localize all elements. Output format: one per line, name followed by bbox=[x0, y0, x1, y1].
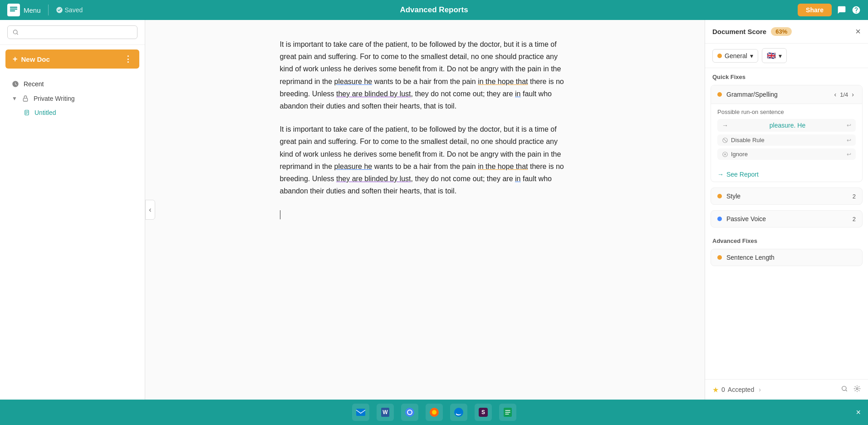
see-report-label: See Report bbox=[726, 171, 759, 178]
editor-content[interactable]: It is important to take care of the pati… bbox=[262, 38, 588, 231]
svg-point-15 bbox=[454, 408, 463, 417]
text-cursor bbox=[280, 210, 280, 219]
highlight-pleasure-he-2: pleasure he bbox=[334, 163, 373, 170]
disable-rule-action[interactable]: Disable Rule ↩ bbox=[717, 134, 856, 146]
page-title: Advanced Reports bbox=[400, 5, 468, 15]
saved-label: Saved bbox=[65, 6, 83, 14]
highlight-hope-that-2: in the hope that bbox=[478, 163, 528, 170]
style-count: 2 bbox=[853, 193, 856, 200]
svg-point-12 bbox=[408, 410, 412, 414]
see-report-link[interactable]: → See Report bbox=[711, 167, 862, 182]
flag-icon: 🇬🇧 bbox=[767, 51, 776, 60]
svg-point-14 bbox=[432, 410, 436, 415]
accepted-button[interactable]: ★ 0 Accepted › bbox=[712, 385, 761, 394]
disable-rule-icon bbox=[722, 137, 728, 143]
taskbar-outlook[interactable] bbox=[352, 404, 369, 421]
ignore-action[interactable]: Ignore ↩ bbox=[717, 148, 856, 160]
sidebar-item-recent[interactable]: Recent bbox=[7, 77, 137, 91]
help-icon-button[interactable] bbox=[852, 5, 861, 15]
arrow-right-icon: → bbox=[717, 171, 724, 178]
sentence-length-label: Sentence Length bbox=[726, 254, 775, 261]
general-dropdown[interactable]: General ▾ bbox=[712, 49, 758, 63]
grammar-spelling-fix-group: Grammar/Spelling ‹ 1/4 › Possible run-on… bbox=[711, 85, 863, 182]
grammar-next-button[interactable]: › bbox=[850, 90, 856, 99]
score-badge: 63% bbox=[771, 27, 792, 36]
taskbar-slack[interactable]: S bbox=[475, 404, 492, 421]
suggestion-arrow: → bbox=[722, 122, 728, 129]
document-icon bbox=[24, 109, 30, 116]
passive-voice-count: 2 bbox=[853, 216, 856, 222]
taskbar-sheets[interactable] bbox=[499, 404, 516, 421]
recent-icon bbox=[12, 80, 19, 88]
menu-button[interactable]: Menu bbox=[24, 6, 41, 14]
lock-icon bbox=[22, 95, 29, 102]
taskbar-chrome[interactable] bbox=[401, 404, 418, 421]
chevron-down-icon: ▼ bbox=[12, 95, 17, 102]
sentence-length-fix-row[interactable]: Sentence Length bbox=[711, 249, 863, 266]
search-input[interactable] bbox=[23, 29, 132, 36]
svg-point-6 bbox=[856, 388, 858, 390]
sidebar: + New Doc ⋮ Recent ▼ Private Writing bbox=[0, 20, 145, 400]
plus-icon: + bbox=[13, 54, 18, 64]
taskbar-word[interactable]: W bbox=[377, 404, 394, 421]
more-icon: ⋮ bbox=[124, 54, 132, 64]
share-button[interactable]: Share bbox=[798, 4, 832, 16]
saved-indicator: Saved bbox=[56, 6, 83, 14]
svg-point-0 bbox=[13, 30, 17, 34]
new-doc-button[interactable]: + New Doc ⋮ bbox=[5, 49, 139, 69]
editor-area: ‹ It is important to take care of the pa… bbox=[145, 20, 705, 400]
undo-ignore: ↩ bbox=[847, 151, 851, 158]
sidebar-item-private-writing[interactable]: ▼ Private Writing bbox=[7, 91, 137, 106]
ignore-label: Ignore bbox=[731, 151, 748, 158]
language-dropdown[interactable]: 🇬🇧 ▾ bbox=[762, 48, 787, 63]
cursor-paragraph bbox=[280, 208, 570, 220]
taskbar-close-button[interactable]: × bbox=[856, 408, 861, 417]
grammar-fix-detail: Possible run-on sentence → pleasure. He … bbox=[711, 104, 862, 167]
collapse-sidebar-button[interactable]: ‹ bbox=[145, 200, 155, 220]
disable-rule-label: Disable Rule bbox=[731, 137, 765, 143]
sidebar-nav: Recent ▼ Private Writing Untitled bbox=[0, 73, 145, 123]
svg-point-5 bbox=[842, 386, 846, 390]
close-panel-button[interactable]: × bbox=[855, 26, 861, 37]
general-label: General bbox=[725, 52, 747, 59]
top-nav: Menu Saved Advanced Reports Share bbox=[0, 0, 868, 20]
panel-header: Document Score 63% × bbox=[705, 20, 868, 44]
grammar-nav: ‹ 1/4 › bbox=[833, 90, 856, 99]
panel-footer: ★ 0 Accepted › bbox=[705, 379, 868, 400]
accepted-count: 0 bbox=[721, 386, 725, 393]
fix-suggestion[interactable]: → pleasure. He ↩ bbox=[717, 119, 856, 132]
sentence-length-dot bbox=[717, 255, 722, 260]
taskbar: W S × bbox=[0, 400, 868, 425]
undo-icon: ↩ bbox=[847, 122, 851, 128]
passive-voice-fix-row[interactable]: Passive Voice 2 bbox=[711, 210, 863, 227]
highlight-in-2: in bbox=[515, 175, 520, 183]
chat-icon-button[interactable] bbox=[837, 5, 846, 15]
sidebar-search-container bbox=[0, 20, 145, 45]
grammar-prev-button[interactable]: ‹ bbox=[833, 90, 839, 99]
paragraph-1: It is important to take care of the pati… bbox=[280, 38, 570, 112]
passive-dot bbox=[717, 217, 722, 221]
grammar-spelling-header[interactable]: Grammar/Spelling ‹ 1/4 › bbox=[711, 85, 862, 104]
footer-icons bbox=[841, 385, 861, 394]
taskbar-firefox[interactable] bbox=[426, 404, 443, 421]
untitled-label: Untitled bbox=[34, 109, 56, 116]
highlight-in-1: in bbox=[515, 90, 520, 98]
grammar-nav-count: 1/4 bbox=[840, 91, 848, 98]
paragraph-2: It is important to take care of the pati… bbox=[280, 123, 570, 197]
sidebar-item-untitled[interactable]: Untitled bbox=[7, 106, 137, 119]
svg-rect-1 bbox=[23, 98, 27, 101]
panel-controls: General ▾ 🇬🇧 ▾ bbox=[705, 44, 868, 68]
panel-title: Document Score 63% bbox=[712, 27, 792, 36]
ignore-icon bbox=[722, 151, 728, 158]
highlight-pleasure-he-1: pleasure he bbox=[334, 78, 373, 85]
search-footer-button[interactable] bbox=[841, 385, 848, 394]
advanced-fixes-title: Advanced Fixes bbox=[705, 232, 868, 246]
highlight-hope-that-1: in the hope that bbox=[478, 78, 528, 85]
taskbar-edge[interactable] bbox=[450, 404, 467, 421]
advanced-fixes-section: Advanced Fixes Sentence Length bbox=[705, 232, 868, 269]
highlight-blinded-lust-1: they are blinded by lust bbox=[336, 90, 411, 98]
search-box[interactable] bbox=[7, 25, 137, 39]
settings-footer-button[interactable] bbox=[853, 385, 861, 394]
app-logo bbox=[7, 4, 20, 16]
style-fix-row[interactable]: Style 2 bbox=[711, 188, 863, 205]
